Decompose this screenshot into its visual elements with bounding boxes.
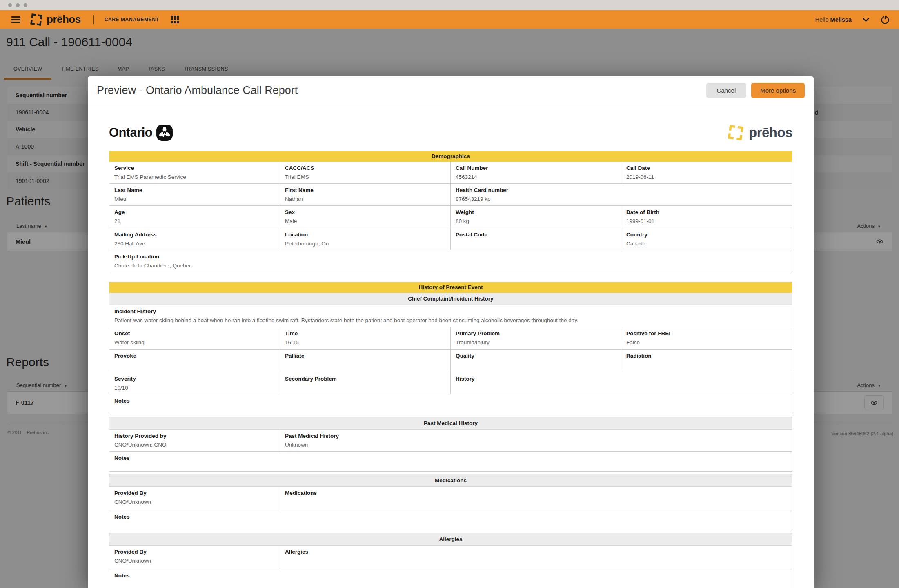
field-label: History Provided by — [114, 433, 275, 439]
field-label: Pick-Up Location — [114, 254, 787, 260]
more-options-button[interactable]: More options — [751, 83, 805, 98]
report-field: Incident HistoryPatient was water skiing… — [109, 305, 792, 327]
field-value: Peterborough, On — [285, 240, 445, 247]
report-section: DemographicsServiceTrial EMS Paramedic S… — [109, 151, 792, 272]
field-label: Mailing Address — [114, 232, 275, 238]
report-field: Provided ByCNO/Unknown — [109, 546, 280, 569]
field-label: Call Number — [456, 165, 616, 171]
field-value: 1999-01-01 — [626, 218, 787, 225]
report-field: ServiceTrial EMS Paramedic Service — [109, 162, 280, 183]
report-field: Notes — [109, 452, 792, 471]
modal-title: Preview - Ontario Ambulance Call Report — [97, 84, 298, 97]
field-value: 80 kg — [456, 218, 616, 225]
power-icon[interactable] — [880, 14, 890, 25]
app-bar: prēhos CARE MANAGEMENT Hello Melissa — [0, 10, 899, 29]
report-table-row: Provided ByCNO/UnknownMedications — [109, 487, 792, 510]
apps-grid-icon[interactable] — [171, 16, 179, 23]
field-value: Chute de la Chaudière, Quebec — [114, 262, 787, 270]
report-field: Pick-Up LocationChute de la Chaudière, Q… — [109, 250, 792, 272]
report-field: Date of Birth1999-01-01 — [621, 206, 792, 227]
report-field: Provoke — [109, 350, 280, 372]
field-label: Primary Problem — [456, 330, 616, 336]
report-field: Health Card number876543219 kp — [451, 184, 792, 205]
report-section: AllergiesProvided ByCNO/UnknownAllergies… — [109, 533, 792, 588]
field-value: 876543219 kp — [456, 196, 787, 203]
field-label: Call Date — [626, 165, 787, 171]
field-label: Onset — [114, 330, 275, 336]
field-label: Age — [114, 209, 275, 215]
report-field: Notes — [109, 569, 792, 588]
field-label: Time — [285, 330, 445, 336]
report-section: History of Present EventChief Complaint/… — [109, 282, 792, 414]
report-table-row: Incident HistoryPatient was water skiing… — [109, 305, 792, 327]
report-field: Call Number4563214 — [451, 162, 621, 183]
field-value: Canada — [626, 240, 787, 247]
field-label: Medications — [285, 490, 787, 496]
field-label: Incident History — [114, 308, 787, 314]
report-section: MedicationsProvided ByCNO/UnknownMedicat… — [109, 474, 792, 530]
report-field: Quality — [451, 350, 621, 372]
hamburger-menu-icon[interactable] — [11, 16, 20, 23]
report-logo-row: Ontario — [109, 123, 792, 143]
window-control-dot[interactable] — [24, 3, 27, 7]
report-table-row: Notes — [109, 452, 792, 471]
report-field: History — [451, 372, 792, 394]
ontario-trillium-icon — [156, 124, 173, 141]
subsection-header: Past Medical History — [109, 417, 792, 430]
chevron-down-icon[interactable] — [862, 17, 870, 22]
field-label: Postal Code — [456, 232, 616, 238]
field-value: Trial EMS Paramedic Service — [114, 174, 275, 181]
report-field: Notes — [109, 510, 792, 530]
report-table-row: Notes — [109, 394, 792, 414]
report-field: Provided ByCNO/Unknown — [109, 487, 280, 510]
report-field: Positive for FREIFalse — [621, 327, 792, 349]
field-label: Secondary Problem — [285, 376, 445, 382]
field-label: Location — [285, 232, 445, 238]
field-value: 4563214 — [456, 174, 616, 181]
field-value: 2019-06-11 — [626, 174, 787, 181]
field-label: Severity — [114, 376, 275, 382]
prehos-swirl-icon — [29, 11, 44, 27]
ontario-logo: Ontario — [109, 124, 173, 141]
report-table-row: Notes — [109, 569, 792, 588]
subsection-header: Chief Complaint/Incident History — [109, 293, 792, 305]
field-value: Nathan — [285, 196, 445, 203]
field-label: Date of Birth — [626, 209, 787, 215]
prehos-logo[interactable]: prēhos — [29, 13, 81, 27]
window-control-dot[interactable] — [16, 3, 20, 7]
field-value: 230 Hall Ave — [114, 240, 275, 247]
field-value: CNO/Unknown: CNO — [114, 441, 275, 449]
report-field: Allergies — [280, 546, 792, 569]
report-field: Notes — [109, 394, 792, 414]
prehos-logo-text: prēhos — [749, 125, 792, 140]
report-table-row: Notes — [109, 510, 792, 530]
cancel-button[interactable]: Cancel — [706, 83, 747, 98]
report-field: Mailing Address230 Hall Ave — [109, 228, 280, 250]
field-label: Country — [626, 232, 787, 238]
prehos-swirl-icon — [725, 122, 746, 143]
report-field: SexMale — [280, 206, 451, 227]
topbar-divider — [93, 15, 94, 24]
user-greeting: Hello Melissa — [815, 16, 852, 23]
field-label: Notes — [114, 514, 787, 520]
field-label: Provided By — [114, 490, 275, 496]
field-label: Provided By — [114, 549, 275, 555]
modal-body: Ontario — [88, 105, 814, 588]
report-section: Past Medical HistoryHistory Provided byC… — [109, 417, 792, 472]
report-field: CountryCanada — [621, 228, 792, 250]
field-label: Health Card number — [456, 187, 787, 193]
report-field: Time16:15 — [280, 327, 451, 349]
subsection-header: Medications — [109, 474, 792, 487]
field-value: 16:15 — [285, 339, 445, 346]
report-field: Weight80 kg — [451, 206, 621, 227]
report-table-row: Mailing Address230 Hall AveLocationPeter… — [109, 228, 792, 250]
report-table-row: Severity10/10Secondary ProblemHistory — [109, 372, 792, 394]
field-label: History — [456, 376, 787, 382]
report-field: Age21 — [109, 206, 280, 227]
field-value: False — [626, 339, 787, 346]
prehos-report-logo: prēhos — [727, 124, 792, 142]
report-table-row: Age21SexMaleWeight80 kgDate of Birth1999… — [109, 206, 792, 228]
brand-name: prēhos — [47, 13, 81, 26]
report-field: CACC/ACSTrial EMS — [280, 162, 451, 183]
window-control-dot[interactable] — [8, 3, 12, 7]
